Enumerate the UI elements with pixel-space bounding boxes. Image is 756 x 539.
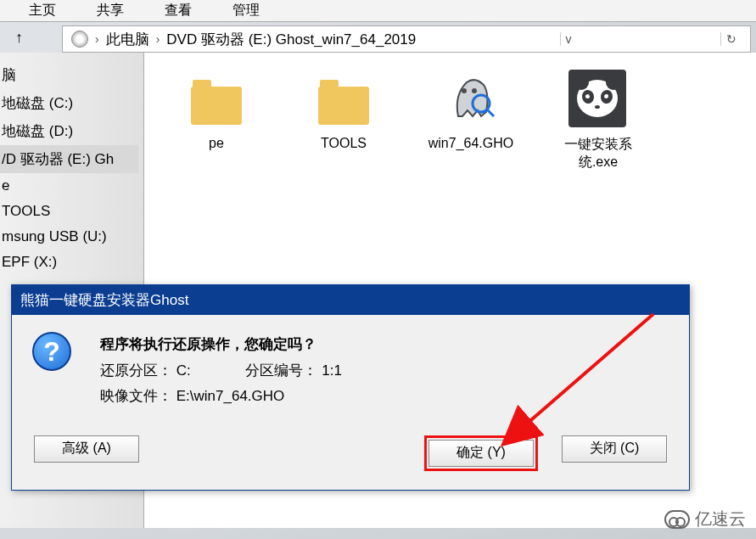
file-item-tools[interactable]: TOOLS [297,70,390,151]
crumb-drive[interactable]: DVD 驱动器 (E:) Ghost_win7_64_2019 [166,30,416,49]
tree-ddrive[interactable]: 地磁盘 (D:) [0,117,138,145]
panda-icon [568,70,628,129]
dialog-buttons: 高级 (A) 确定 (Y) 关闭 (C) [12,424,689,490]
chevron-right-icon[interactable]: › [95,32,99,46]
file-label: TOOLS [297,136,390,151]
up-arrow-icon[interactable]: ↑ [15,29,23,47]
folder-icon [191,87,242,125]
close-button[interactable]: 关闭 (C) [562,435,667,463]
folder-icon [318,87,369,125]
tree-tools[interactable]: TOOLS [0,199,138,224]
dialog-line3: 映像文件： E:\win7_64.GHO [100,384,342,410]
watermark: 亿速云 [664,508,746,531]
address-bar[interactable]: › 此电脑 › DVD 驱动器 (E:) Ghost_win7_64_2019 … [62,25,751,53]
tree-usb[interactable]: msung USB (U:) [0,224,138,250]
highlight-box: 确定 (Y) [424,435,538,471]
svg-point-0 [462,88,467,93]
svg-point-1 [472,88,477,93]
dialog-title: 熊猫一键硬盘安装器Ghost [12,285,689,315]
file-label: win7_64.GHO [424,136,518,151]
tree-cdrive[interactable]: 地磁盘 (C:) [0,89,138,117]
tree-pe[interactable]: e [0,173,138,199]
chevron-right-icon[interactable]: › [156,32,160,46]
question-icon: ? [32,332,76,410]
refresh-icon[interactable]: ↻ [720,32,742,46]
crumb-this-pc[interactable]: 此电脑 [106,30,149,49]
tab-home[interactable]: 主页 [25,2,59,20]
dialog-line2: 还原分区： C: 分区编号： 1:1 [100,358,342,385]
ghost-icon [441,70,501,129]
file-label: 一键安装系统.exe [552,136,645,171]
file-item-pe[interactable]: pe [170,70,263,151]
tab-share[interactable]: 共享 [93,2,127,20]
disc-icon [71,31,88,48]
dropdown-icon[interactable]: v [560,32,577,46]
dialog-line1: 程序将执行还原操作，您确定吗？ [100,332,342,358]
advanced-button[interactable]: 高级 (A) [34,435,139,463]
tab-manage[interactable]: 管理 [229,2,263,20]
svg-line-3 [487,109,494,116]
ribbon-tabs: 主页 共享 查看 管理 [0,0,756,22]
tree-epf[interactable]: EPF (X:) [0,250,138,275]
file-label: pe [170,136,263,151]
file-item-gho[interactable]: win7_64.GHO [424,70,518,151]
tree-dvd[interactable]: /D 驱动器 (E:) Gh [0,145,138,173]
tab-view[interactable]: 查看 [161,2,195,20]
file-item-exe[interactable]: 一键安装系统.exe [552,70,645,171]
watermark-icon [664,510,690,529]
ok-button[interactable]: 确定 (Y) [428,440,534,467]
tree-this-pc[interactable]: 脑 [0,61,138,89]
confirm-dialog: 熊猫一键硬盘安装器Ghost ? 程序将执行还原操作，您确定吗？ 还原分区： C… [11,284,690,491]
watermark-text: 亿速云 [695,508,746,531]
dialog-text: 程序将执行还原操作，您确定吗？ 还原分区： C: 分区编号： 1:1 映像文件：… [100,332,342,410]
